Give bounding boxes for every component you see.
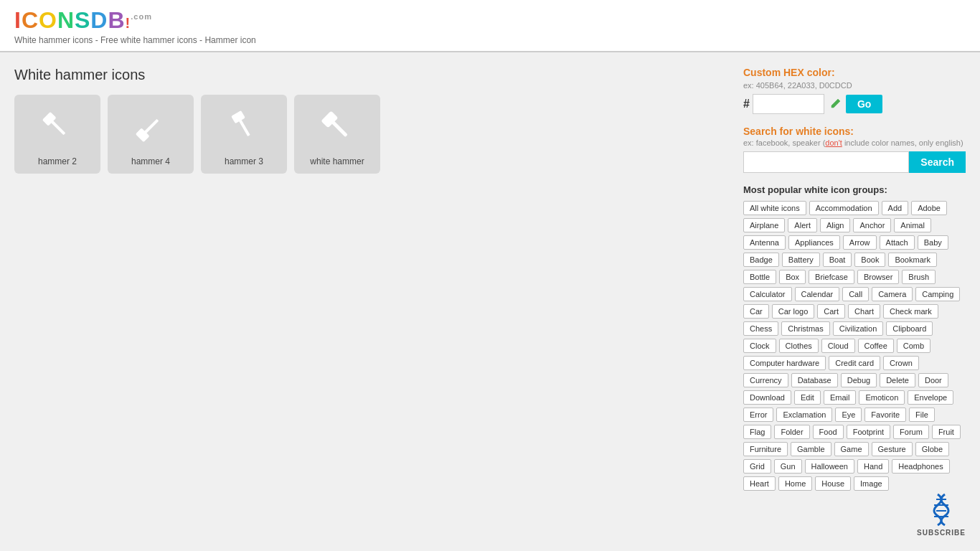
- tag-btn-folder[interactable]: Folder: [774, 425, 809, 439]
- tag-btn-briefcase[interactable]: Briefcase: [809, 270, 854, 284]
- icon-img-hammer4: [126, 102, 176, 152]
- tag-btn-credit-card[interactable]: Credit card: [829, 356, 880, 370]
- logo[interactable]: ICONSDB!.com: [14, 7, 966, 34]
- tag-btn-currency[interactable]: Currency: [743, 373, 788, 387]
- content-area: White hammer icons hammer 2: [14, 67, 729, 491]
- tag-btn-antenna[interactable]: Antenna: [743, 235, 786, 250]
- tag-btn-badge[interactable]: Badge: [743, 253, 779, 267]
- tag-btn-cart[interactable]: Cart: [817, 304, 845, 319]
- tag-btn-door[interactable]: Door: [918, 373, 948, 387]
- icon-img-hammer3: [219, 102, 269, 152]
- tag-btn-boat[interactable]: Boat: [823, 253, 852, 267]
- tag-btn-gun[interactable]: Gun: [774, 459, 802, 474]
- svg-rect-4: [231, 110, 245, 123]
- search-input[interactable]: [743, 151, 909, 173]
- tag-btn-file[interactable]: File: [909, 408, 935, 422]
- tag-btn-debug[interactable]: Debug: [841, 373, 877, 387]
- tag-btn-error[interactable]: Error: [743, 408, 773, 422]
- tag-btn-book[interactable]: Book: [854, 253, 885, 267]
- icon-card-white-hammer[interactable]: white hammer: [294, 95, 380, 174]
- tag-btn-download[interactable]: Download: [743, 390, 791, 405]
- tag-btn-food[interactable]: Food: [813, 425, 844, 439]
- tag-btn-hand[interactable]: Hand: [857, 459, 889, 474]
- tag-btn-edit[interactable]: Edit: [794, 390, 821, 405]
- hex-pencil-icon[interactable]: [827, 96, 843, 112]
- search-title: Search for white icons:: [743, 126, 966, 137]
- tag-btn-camping[interactable]: Camping: [915, 287, 960, 301]
- tag-btn-computer-hardware[interactable]: Computer hardware: [743, 356, 826, 370]
- tag-btn-airplane[interactable]: Airplane: [743, 218, 785, 232]
- tag-btn-brush[interactable]: Brush: [902, 270, 936, 284]
- tag-btn-comb[interactable]: Comb: [897, 339, 930, 353]
- tag-btn-arrow[interactable]: Arrow: [843, 235, 877, 250]
- hex-color-input[interactable]: [753, 94, 824, 114]
- tag-btn-coffee[interactable]: Coffee: [858, 339, 894, 353]
- tag-btn-all-white-icons[interactable]: All white icons: [743, 201, 806, 215]
- subscribe-area[interactable]: SUBSCRIBE: [917, 491, 966, 505]
- go-button[interactable]: Go: [846, 95, 882, 113]
- tag-btn-email[interactable]: Email: [824, 390, 857, 405]
- tag-btn-database[interactable]: Database: [791, 373, 838, 387]
- tag-btn-furniture[interactable]: Furniture: [743, 442, 788, 456]
- tag-btn-car-logo[interactable]: Car logo: [772, 304, 815, 319]
- tag-btn-align[interactable]: Align: [820, 218, 850, 232]
- tag-btn-calendar[interactable]: Calendar: [795, 287, 840, 301]
- tag-btn-battery[interactable]: Battery: [782, 253, 820, 267]
- tag-btn-clock[interactable]: Clock: [743, 339, 776, 353]
- tag-btn-home[interactable]: Home: [778, 476, 812, 491]
- tag-btn-box[interactable]: Box: [779, 270, 806, 284]
- tag-btn-footprint[interactable]: Footprint: [847, 425, 890, 439]
- tag-btn-fruit[interactable]: Fruit: [932, 425, 961, 439]
- search-button[interactable]: Search: [909, 151, 966, 173]
- tag-btn-baby[interactable]: Baby: [918, 235, 948, 250]
- tag-btn-crown[interactable]: Crown: [883, 356, 919, 370]
- tag-btn-forum[interactable]: Forum: [893, 425, 929, 439]
- icon-card-hammer3[interactable]: hammer 3: [201, 95, 287, 174]
- tag-btn-chart[interactable]: Chart: [848, 304, 880, 319]
- tag-btn-eye[interactable]: Eye: [835, 408, 862, 422]
- tag-btn-cloud[interactable]: Cloud: [821, 339, 855, 353]
- tag-btn-browser[interactable]: Browser: [857, 270, 899, 284]
- tag-btn-envelope[interactable]: Envelope: [908, 390, 953, 405]
- tag-btn-halloween[interactable]: Halloween: [805, 459, 854, 474]
- tag-btn-attach[interactable]: Attach: [880, 235, 915, 250]
- tag-btn-game[interactable]: Game: [834, 442, 869, 456]
- tag-btn-christmas[interactable]: Christmas: [781, 321, 830, 336]
- tag-btn-chess[interactable]: Chess: [743, 321, 778, 336]
- tag-btn-bookmark[interactable]: Bookmark: [888, 253, 937, 267]
- tag-btn-alert[interactable]: Alert: [788, 218, 817, 232]
- tag-btn-appliances[interactable]: Appliances: [788, 235, 840, 250]
- tag-btn-adobe[interactable]: Adobe: [911, 201, 947, 215]
- tag-btn-civilization[interactable]: Civilization: [833, 321, 884, 336]
- icon-card-hammer4[interactable]: hammer 4: [108, 95, 194, 174]
- tag-btn-bottle[interactable]: Bottle: [743, 270, 776, 284]
- tag-btn-animal[interactable]: Animal: [894, 218, 931, 232]
- tag-btn-add[interactable]: Add: [882, 201, 909, 215]
- tag-btn-gesture[interactable]: Gesture: [872, 442, 913, 456]
- tag-btn-emoticon[interactable]: Emoticon: [859, 390, 905, 405]
- tag-btn-flag[interactable]: Flag: [743, 425, 771, 439]
- tag-btn-house[interactable]: House: [815, 476, 851, 491]
- tag-btn-accommodation[interactable]: Accommodation: [809, 201, 879, 215]
- tag-btn-clothes[interactable]: Clothes: [779, 339, 819, 353]
- tag-btn-camera[interactable]: Camera: [872, 287, 913, 301]
- tag-btn-globe[interactable]: Globe: [915, 442, 949, 456]
- tag-btn-clipboard[interactable]: Clipboard: [886, 321, 933, 336]
- tag-btn-car[interactable]: Car: [743, 304, 769, 319]
- tag-btn-gamble[interactable]: Gamble: [791, 442, 831, 456]
- tag-btn-anchor[interactable]: Anchor: [853, 218, 891, 232]
- logo-letter-d: D: [90, 7, 108, 33]
- tag-btn-call[interactable]: Call: [842, 287, 869, 301]
- logo-letter-o: O: [39, 7, 57, 33]
- tag-btn-favorite[interactable]: Favorite: [864, 408, 906, 422]
- tag-btn-calculator[interactable]: Calculator: [743, 287, 792, 301]
- tag-btn-check-mark[interactable]: Check mark: [883, 304, 938, 319]
- tag-btn-headphones[interactable]: Headphones: [892, 459, 949, 474]
- tag-btn-heart[interactable]: Heart: [743, 476, 776, 491]
- icon-img-hammer2: [32, 102, 83, 152]
- tag-btn-exclamation[interactable]: Exclamation: [776, 408, 832, 422]
- tag-btn-delete[interactable]: Delete: [880, 373, 915, 387]
- tag-btn-grid[interactable]: Grid: [743, 459, 771, 474]
- tag-btn-image[interactable]: Image: [854, 476, 889, 491]
- icon-card-hammer2[interactable]: hammer 2: [14, 95, 100, 174]
